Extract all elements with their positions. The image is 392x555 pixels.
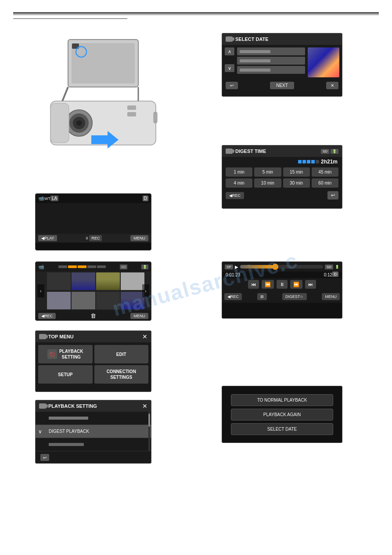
dt-badges: SD 🔋 [321,149,338,154]
digest-playback-label: DIGEST PLAYBACK [49,429,89,434]
gallery-nav-left[interactable]: ‹ [37,284,44,297]
dt-back-btn[interactable]: ↩ [327,191,338,200]
play-button[interactable]: ◀PLAY [38,235,57,241]
scroll-bar[interactable] [148,412,150,451]
cam-icon-select-date [226,36,233,42]
d-badge-player: D [332,272,339,277]
prev-btn[interactable]: ⏮ [248,280,259,289]
back-button[interactable]: ↩ [40,454,49,461]
bar2 [302,160,306,163]
thumbnail-8[interactable] [121,292,144,309]
cam-icon-playback [39,403,46,409]
time-display: 2h21m [222,157,342,166]
gallery-nav-right[interactable]: › [142,284,149,297]
menu-button[interactable]: MENU [130,235,148,241]
player-controls: ⏮ ⏪ ⏸ ⏩ ⏭ [222,278,342,290]
connection-settings-label: CONNECTIONSETTINGS [107,369,136,380]
close-btn-date[interactable]: ✕ [326,82,338,89]
thumbnail-6[interactable] [72,292,95,309]
edit-btn[interactable]: EDIT [94,345,149,363]
playback-setting-screen: PLAYBACK SETTING ✕ ∨ DIGEST PLAYBACK ↩ [35,400,151,464]
select-date-screen: SELECT DATE ∧ ∨ ↩ NEXT ✕ [222,33,342,97]
thumbnail-4[interactable] [121,272,144,290]
date-item-1[interactable] [237,47,305,55]
playback-item-1[interactable] [36,412,151,425]
btn-1min[interactable]: 1 min [226,167,252,177]
camera-illustration [26,26,184,163]
playback-again-btn[interactable]: PLAYBACK AGAIN [231,409,333,421]
playback-setting-label: PLAYBACKSETTING [59,348,83,360]
date-item-3[interactable] [237,66,305,74]
playback-item-digest[interactable]: ∨ DIGEST PLAYBACK [36,425,151,438]
pause-btn[interactable]: ⏸ [277,280,288,289]
date-down-btn[interactable]: ∨ [225,64,234,72]
date-text-1 [240,50,270,53]
next-btn[interactable]: ⏭ [305,280,316,289]
btn-60min[interactable]: 60 min [312,178,338,188]
btn-5min[interactable]: 5 min [254,167,281,177]
dt-title-area: DIGEST TIME [226,149,266,154]
digest-time-grid: 1 min 5 min 15 min 45 min 4 min 10 min 3… [222,166,342,189]
date-text-2 [240,59,270,62]
d-badge: D [143,196,148,201]
rev-btn[interactable]: ⏪ [262,280,274,289]
select-date-title: SELECT DATE [235,36,269,42]
player-progress-bar[interactable] [240,265,323,268]
cam-icon-digest [226,149,233,154]
thumbnail-5[interactable] [47,292,71,309]
svg-rect-11 [50,103,69,143]
play-icon: ▶ [235,265,238,269]
setup-label: SETUP [58,372,72,377]
sd-badge-dt: SD [321,149,329,154]
svg-rect-12 [127,105,136,110]
svg-point-10 [76,120,82,126]
setup-btn[interactable]: SETUP [38,365,93,384]
top-menu-close[interactable]: ✕ [142,333,147,340]
thumbnail-1[interactable] [47,272,71,290]
end-options-screen: TO NORMAL PLAYBACK PLAYBACK AGAIN SELECT… [222,386,342,443]
sd-badge: SD [120,265,127,269]
svg-rect-13 [127,112,136,116]
dt-rec-btn[interactable]: ◀REC [226,192,244,199]
delete-icon[interactable]: 🗑 [90,312,96,319]
digest-time-header: DIGEST TIME SD 🔋 [222,145,342,157]
rec-btn-gallery[interactable]: ◀REC [38,313,56,319]
player-menu-btn[interactable]: MENU [322,293,340,300]
rec-button[interactable]: REC [89,235,102,241]
date-item-2[interactable] [237,57,305,65]
top-decoration [13,12,379,16]
menu-btn-gallery[interactable]: MENU [130,313,148,319]
scroll-thumb [148,414,150,427]
playback-header: PLAYBACK SETTING ✕ [36,400,151,412]
thumbnail-2[interactable] [72,272,95,290]
player-grid-btn[interactable]: ⊞ [257,293,267,300]
playback-item-3[interactable] [36,438,151,451]
thumbnail-3[interactable] [96,272,120,290]
btn-10min[interactable]: 10 min [254,178,281,188]
playback-setting-btn[interactable]: 🚫 PLAYBACKSETTING [38,345,93,363]
playback-close[interactable]: ✕ [142,403,147,410]
to-normal-playback-btn[interactable]: TO NORMAL PLAYBACK [231,394,333,406]
btn-45min[interactable]: 45 min [312,167,338,177]
time-value: 2h21m [321,159,338,165]
fwd-btn[interactable]: ⏩ [290,280,302,289]
btn-30min[interactable]: 30 min [283,178,310,188]
date-text-3 [240,69,270,72]
digest-time-footer: ◀REC ↩ [222,189,342,201]
btn-4min[interactable]: 4 min [226,178,252,188]
next-btn-date[interactable]: NEXT [270,82,294,89]
back-btn-date[interactable]: ↩ [226,82,238,89]
top-menu-screen: TOP MENU ✕ 🚫 PLAYBACKSETTING EDIT SETUP … [35,330,151,392]
thumbnail-7[interactable] [96,292,120,309]
select-date-content: ∧ ∨ [222,45,342,80]
btn-15min[interactable]: 15 min [283,167,310,177]
date-up-btn[interactable]: ∧ [225,47,234,55]
select-date-btn[interactable]: SELECT DATE [231,423,333,435]
sd-badge-player: SD [325,265,333,269]
level-bars [298,160,319,163]
player-digest-btn[interactable]: DIGEST☆ [282,293,307,300]
top-menu-grid: 🚫 PLAYBACKSETTING EDIT SETUP CONNECTIONS… [36,342,151,386]
connection-settings-btn[interactable]: CONNECTIONSETTINGS [94,365,149,384]
player-rec-btn[interactable]: ◀REC [224,293,242,300]
sub-line [13,18,127,19]
